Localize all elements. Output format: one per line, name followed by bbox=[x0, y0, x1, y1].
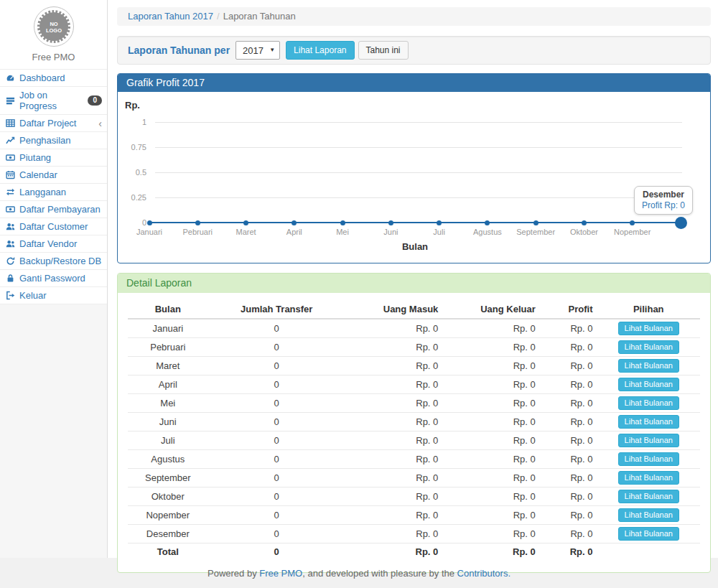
x-tick-label: Januari bbox=[136, 228, 162, 236]
sidebar-item-dashboard[interactable]: Dashboard bbox=[0, 70, 107, 87]
lihat-laporan-button[interactable]: Lihat Laporan bbox=[286, 41, 354, 60]
cell-bulan: Agustus bbox=[128, 450, 208, 469]
cell-jumlah_transfer: 0 bbox=[208, 375, 345, 394]
year-select[interactable]: 2017 bbox=[236, 41, 280, 60]
breadcrumb-link[interactable]: Laporan Tahun 2017 bbox=[128, 11, 213, 22]
lihat-bulanan-button[interactable]: Lihat Bulanan bbox=[618, 340, 679, 354]
x-tick-label: Nopember bbox=[614, 228, 651, 236]
x-tick-label: Pebruari bbox=[182, 228, 213, 236]
tahun-ini-button[interactable]: Tahun ini bbox=[358, 41, 409, 60]
data-point-juni[interactable] bbox=[388, 220, 393, 225]
sidebar-item-daftar-customer[interactable]: Daftar Customer bbox=[0, 218, 107, 235]
cell-jumlah_transfer: 0 bbox=[208, 357, 345, 375]
cell-profit: Rp. 0 bbox=[540, 413, 597, 431]
sidebar-item-label: Calendar bbox=[19, 169, 57, 180]
sidebar-item-label: Daftar Vendor bbox=[19, 238, 77, 249]
x-tick-label: Maret bbox=[236, 228, 256, 236]
y-tick-label: 0.25 bbox=[118, 193, 146, 202]
detail-panel: Detail Laporan BulanJumlah TransferUang … bbox=[117, 273, 711, 573]
cell-pilihan: Lihat Bulanan bbox=[597, 413, 701, 431]
column-header-uang_keluar: Uang Keluar bbox=[442, 300, 539, 319]
data-point-nopember[interactable] bbox=[630, 220, 635, 225]
table-row-juli: Juli0Rp. 0Rp. 0Rp. 0Lihat Bulanan bbox=[128, 431, 700, 450]
sidebar-item-daftar-project[interactable]: Daftar Project‹ bbox=[0, 115, 107, 132]
lihat-bulanan-button[interactable]: Lihat Bulanan bbox=[618, 378, 679, 391]
cell-jumlah_transfer: 0 bbox=[208, 319, 345, 338]
cell-pilihan: Lihat Bulanan bbox=[597, 394, 701, 413]
cell-uang_masuk: Rp. 0 bbox=[345, 450, 442, 469]
data-point-oktober[interactable] bbox=[582, 220, 587, 225]
logo-area: NO LOGO Free PMO bbox=[0, 0, 107, 69]
data-point-september[interactable] bbox=[533, 220, 538, 225]
x-tick-label: Mei bbox=[336, 228, 349, 236]
data-point-januari[interactable] bbox=[147, 220, 152, 225]
cell-profit: Rp. 0 bbox=[540, 319, 597, 338]
table-row-januari: Januari0Rp. 0Rp. 0Rp. 0Lihat Bulanan bbox=[128, 319, 700, 338]
sidebar-item-piutang[interactable]: Piutang bbox=[0, 149, 107, 167]
tooltip-value: Profit Rp: 0 bbox=[642, 200, 685, 211]
lihat-bulanan-button[interactable]: Lihat Bulanan bbox=[618, 396, 679, 410]
sidebar-item-daftar-vendor[interactable]: Daftar Vendor bbox=[0, 235, 107, 253]
data-point-juli[interactable] bbox=[437, 220, 442, 225]
cell-pilihan: Lihat Bulanan bbox=[597, 487, 701, 506]
free-pmo-link[interactable]: Free PMO bbox=[259, 568, 302, 579]
data-point-pebruari[interactable] bbox=[195, 220, 200, 225]
sidebar-item-job-on-progress[interactable]: Job on Progress0 bbox=[0, 87, 107, 115]
lihat-bulanan-button[interactable]: Lihat Bulanan bbox=[618, 471, 679, 485]
table-row-maret: Maret0Rp. 0Rp. 0Rp. 0Lihat Bulanan bbox=[128, 357, 700, 375]
data-point-highlighted-desember[interactable] bbox=[675, 217, 687, 229]
sidebar-item-ganti-password[interactable]: Ganti Password bbox=[0, 270, 107, 287]
data-point-april[interactable] bbox=[292, 220, 297, 225]
cell-bulan: Desember bbox=[128, 525, 208, 543]
chart-tooltip: Desember Profit Rp: 0 bbox=[634, 186, 693, 215]
sidebar-menu: DashboardJob on Progress0Daftar Project‹… bbox=[0, 69, 107, 304]
cell-jumlah_transfer: 0 bbox=[208, 338, 345, 357]
cell-uang_keluar: Rp. 0 bbox=[442, 506, 539, 525]
lihat-bulanan-button[interactable]: Lihat Bulanan bbox=[618, 527, 679, 541]
sidebar-item-label: Penghasilan bbox=[19, 135, 71, 146]
contributors-link[interactable]: Contributors. bbox=[457, 568, 510, 579]
data-point-mei[interactable] bbox=[340, 220, 345, 225]
sidebar-item-label: Keluar bbox=[19, 290, 47, 301]
sidebar-item-backup-restore-db[interactable]: Backup/Restore DB bbox=[0, 253, 107, 270]
cell-jumlah_transfer: 0 bbox=[208, 543, 345, 561]
users-icon bbox=[5, 239, 16, 248]
lihat-bulanan-button[interactable]: Lihat Bulanan bbox=[618, 508, 679, 522]
app-logo: NO LOGO bbox=[33, 6, 75, 47]
cell-jumlah_transfer: 0 bbox=[208, 487, 345, 506]
cell-pilihan: Lihat Bulanan bbox=[597, 431, 701, 450]
lihat-bulanan-button[interactable]: Lihat Bulanan bbox=[618, 322, 679, 335]
lihat-bulanan-button[interactable]: Lihat Bulanan bbox=[618, 490, 679, 503]
chart-x-axis-label: Bulan bbox=[402, 241, 428, 252]
cell-uang_masuk: Rp. 0 bbox=[345, 319, 442, 338]
cell-uang_masuk: Rp. 0 bbox=[345, 525, 442, 543]
exchange-icon bbox=[5, 187, 16, 197]
sidebar-item-langganan[interactable]: Langganan bbox=[0, 184, 107, 201]
cell-profit: Rp. 0 bbox=[540, 469, 597, 487]
page: NO LOGO Free PMO DashboardJob on Progres… bbox=[0, 0, 718, 588]
sidebar-item-calendar[interactable]: Calendar bbox=[0, 167, 107, 184]
lihat-bulanan-button[interactable]: Lihat Bulanan bbox=[618, 415, 679, 429]
column-header-uang_masuk: Uang Masuk bbox=[345, 300, 442, 319]
cell-pilihan: Lihat Bulanan bbox=[597, 469, 701, 487]
x-tick-label: Oktober bbox=[570, 228, 598, 236]
column-header-jumlah_transfer: Jumlah Transfer bbox=[208, 300, 345, 319]
x-tick-label: April bbox=[286, 228, 302, 236]
sidebar-item-label: Langganan bbox=[19, 187, 66, 197]
cell-uang_masuk: Rp. 0 bbox=[345, 375, 442, 394]
data-point-maret[interactable] bbox=[243, 220, 248, 225]
cell-jumlah_transfer: 0 bbox=[208, 469, 345, 487]
sidebar-item-label: Piutang bbox=[19, 152, 51, 163]
sidebar-item-penghasilan[interactable]: Penghasilan bbox=[0, 132, 107, 149]
sidebar-item-daftar-pembayaran[interactable]: Daftar Pembayaran bbox=[0, 201, 107, 218]
lihat-bulanan-button[interactable]: Lihat Bulanan bbox=[618, 434, 679, 447]
chevron-left-icon: ‹ bbox=[98, 119, 102, 128]
cell-uang_keluar: Rp. 0 bbox=[442, 469, 539, 487]
total-row: Total0Rp. 0Rp. 0Rp. 0 bbox=[128, 543, 700, 561]
cell-uang_keluar: Rp. 0 bbox=[442, 394, 539, 413]
lihat-bulanan-button[interactable]: Lihat Bulanan bbox=[618, 452, 679, 466]
lihat-bulanan-button[interactable]: Lihat Bulanan bbox=[618, 359, 679, 373]
sidebar-item-keluar[interactable]: Keluar bbox=[0, 287, 107, 304]
cell-uang_masuk: Rp. 0 bbox=[345, 357, 442, 375]
data-point-agustus[interactable] bbox=[485, 220, 490, 225]
